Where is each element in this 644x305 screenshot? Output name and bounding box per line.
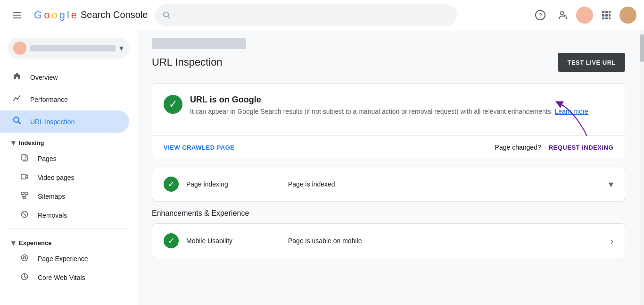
svg-rect-13 bbox=[602, 14, 604, 17]
page-changed-text: Page changed? bbox=[495, 144, 541, 151]
page-indexing-card: ✓ Page indexing Page is indexed ▾ bbox=[152, 167, 625, 202]
svg-rect-10 bbox=[602, 11, 604, 13]
performance-icon bbox=[11, 94, 23, 105]
scroll-thumb[interactable] bbox=[640, 34, 644, 62]
search-bar[interactable] bbox=[155, 4, 457, 26]
enhancements-title: Enhancements & Experience bbox=[152, 209, 625, 218]
url-inspection-icon bbox=[11, 116, 23, 127]
expand-indexing-icon[interactable]: ▾ bbox=[609, 178, 613, 190]
request-indexing-link[interactable]: REQUEST INDEXING bbox=[549, 144, 613, 151]
svg-text:?: ? bbox=[538, 12, 542, 19]
svg-rect-18 bbox=[609, 17, 611, 19]
apps-button[interactable] bbox=[597, 6, 616, 25]
breadcrumb bbox=[152, 38, 246, 49]
learn-more-link[interactable]: Learn more bbox=[555, 108, 589, 115]
user-avatar[interactable] bbox=[619, 7, 636, 24]
card-actions: VIEW CRAWLED PAGE Page changed? REQUEST … bbox=[152, 136, 625, 159]
video-pages-label: Video pages bbox=[38, 174, 74, 181]
svg-text:+: + bbox=[564, 14, 567, 18]
svg-rect-11 bbox=[605, 11, 608, 13]
search-input[interactable] bbox=[176, 11, 449, 19]
logo-o-yellow: o bbox=[51, 9, 57, 21]
svg-point-31 bbox=[22, 255, 28, 261]
action-right: Page changed? REQUEST INDEXING bbox=[495, 144, 613, 151]
url-inspection-label: URL inspection bbox=[30, 118, 74, 126]
svg-line-4 bbox=[168, 16, 170, 18]
performance-label: Performance bbox=[30, 96, 68, 103]
sidebar-item-removals[interactable]: Removals bbox=[0, 206, 129, 225]
layout: ▾ Overview Performance bbox=[0, 30, 644, 305]
property-dropdown-icon: ▾ bbox=[119, 43, 124, 53]
sidebar-item-video-pages[interactable]: Video pages bbox=[0, 168, 129, 187]
sidebar-item-url-inspection[interactable]: URL inspection bbox=[0, 110, 129, 133]
scrollbar[interactable] bbox=[640, 30, 644, 305]
indexing-label: Page indexing bbox=[186, 180, 281, 188]
sidebar: ▾ Overview Performance bbox=[0, 30, 137, 305]
menu-icon[interactable] bbox=[8, 6, 26, 25]
svg-rect-17 bbox=[605, 17, 608, 19]
core-web-vitals-label: Core Web Vitals bbox=[38, 274, 85, 281]
status-check-icon: ✓ bbox=[164, 95, 182, 114]
property-selector[interactable]: ▾ bbox=[8, 38, 129, 59]
sidebar-item-core-web-vitals[interactable]: Core Web Vitals bbox=[0, 268, 129, 287]
indexing-chevron-icon: ▾ bbox=[11, 138, 15, 147]
avatar-secondary[interactable] bbox=[576, 7, 593, 24]
page-experience-icon bbox=[19, 254, 30, 263]
page-header: URL Inspection TEST LIVE URL bbox=[152, 53, 625, 72]
search-icon bbox=[163, 11, 171, 19]
svg-rect-14 bbox=[605, 14, 608, 17]
google-logo: Google Search Console bbox=[34, 9, 148, 21]
mobile-usability-value: Page is usable on mobile bbox=[288, 237, 603, 245]
sidebar-divider bbox=[8, 229, 129, 229]
sitemaps-icon bbox=[19, 192, 30, 201]
status-title: URL is on Google bbox=[190, 95, 588, 105]
svg-rect-12 bbox=[609, 11, 611, 13]
svg-rect-24 bbox=[25, 192, 28, 195]
pages-label: Pages bbox=[38, 155, 57, 162]
overview-label: Overview bbox=[30, 74, 58, 81]
svg-line-30 bbox=[23, 212, 26, 216]
svg-rect-0 bbox=[13, 12, 21, 13]
svg-line-20 bbox=[18, 122, 21, 124]
svg-point-7 bbox=[561, 11, 564, 15]
sidebar-item-page-experience[interactable]: Page Experience bbox=[0, 249, 129, 268]
property-name-label bbox=[30, 45, 116, 51]
experience-section-label: Experience bbox=[19, 239, 51, 246]
sidebar-item-pages[interactable]: Pages bbox=[0, 149, 129, 168]
removals-label: Removals bbox=[38, 212, 67, 219]
indexing-value: Page is indexed bbox=[288, 180, 601, 188]
enhancements-section: Enhancements & Experience ✓ Mobile Usabi… bbox=[152, 209, 625, 258]
sitemaps-label: Sitemaps bbox=[38, 193, 65, 200]
search-bar-wrap bbox=[155, 4, 457, 26]
removals-icon bbox=[19, 211, 30, 220]
expand-mobile-icon[interactable]: › bbox=[610, 236, 613, 246]
indexing-section-label: Indexing bbox=[19, 139, 44, 146]
main-content: URL Inspection TEST LIVE URL ✓ URL is on… bbox=[137, 30, 640, 305]
indexing-section-header[interactable]: ▾ Indexing bbox=[0, 133, 137, 149]
core-web-vitals-icon bbox=[19, 273, 30, 282]
page-experience-label: Page Experience bbox=[38, 255, 88, 263]
logo-g-blue2: g bbox=[59, 9, 65, 21]
test-live-url-button[interactable]: TEST LIVE URL bbox=[558, 53, 625, 72]
view-crawled-page-link[interactable]: VIEW CRAWLED PAGE bbox=[164, 144, 235, 151]
experience-section-header[interactable]: ▾ Experience bbox=[0, 233, 137, 249]
sidebar-item-sitemaps[interactable]: Sitemaps bbox=[0, 187, 129, 206]
indexing-row: ✓ Page indexing Page is indexed ▾ bbox=[152, 167, 625, 201]
svg-rect-16 bbox=[602, 17, 604, 19]
sidebar-item-overview[interactable]: Overview bbox=[0, 66, 129, 88]
app-name-label: Search Console bbox=[81, 9, 148, 20]
topbar-icons: ? + bbox=[531, 6, 636, 25]
logo-o-red: o bbox=[44, 9, 50, 21]
logo-g-blue: G bbox=[34, 9, 42, 21]
sidebar-item-performance[interactable]: Performance bbox=[0, 88, 129, 110]
topbar: Google Search Console ? + bbox=[0, 0, 644, 30]
svg-rect-23 bbox=[21, 192, 24, 195]
svg-rect-15 bbox=[609, 14, 611, 17]
accounts-button[interactable]: + bbox=[553, 6, 572, 25]
pages-icon bbox=[19, 154, 30, 163]
experience-chevron-icon: ▾ bbox=[11, 238, 15, 247]
mobile-check-icon: ✓ bbox=[164, 233, 179, 248]
home-icon bbox=[11, 72, 23, 83]
help-button[interactable]: ? bbox=[531, 6, 550, 25]
page-title: URL Inspection bbox=[152, 56, 223, 68]
